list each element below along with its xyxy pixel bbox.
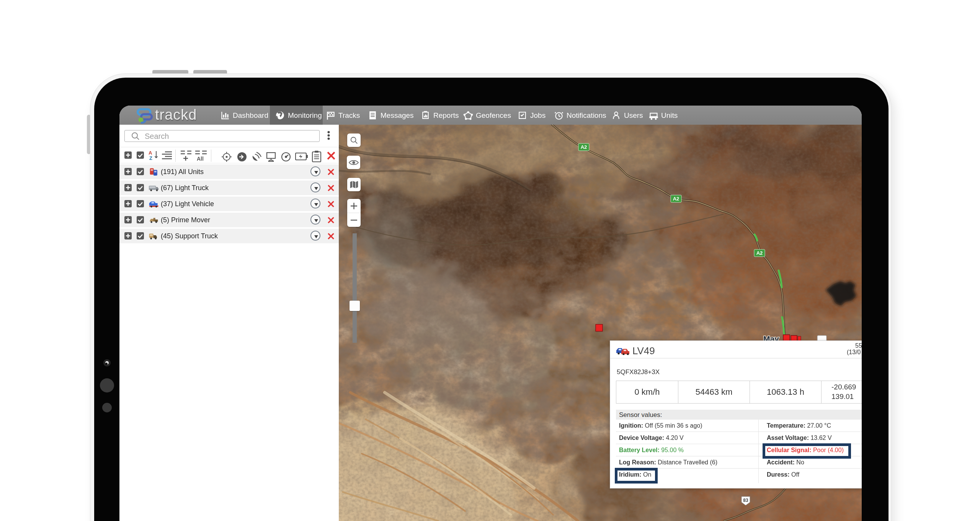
svg-text:83: 83: [743, 498, 748, 503]
svg-text:A2: A2: [756, 250, 763, 256]
svg-text:A2: A2: [581, 144, 587, 150]
svg-text:A: A: [149, 150, 152, 156]
svg-text:A2: A2: [673, 196, 679, 202]
svg-text:Z: Z: [149, 155, 152, 161]
svg-text:All: All: [197, 156, 204, 161]
